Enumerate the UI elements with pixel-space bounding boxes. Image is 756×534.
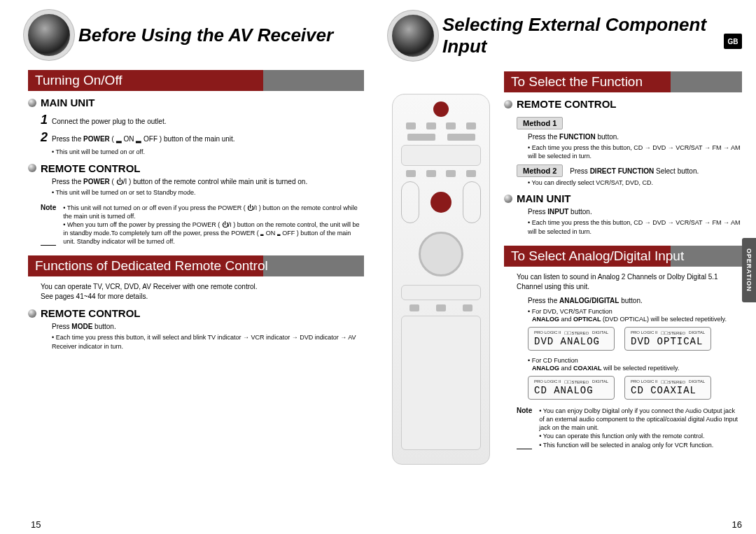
- bullet-icon: [28, 164, 36, 172]
- side-tab-operation: OPERATION: [742, 238, 756, 302]
- speaker-icon: [392, 15, 434, 57]
- remote-control-label-1: REMOTE CONTROL: [41, 162, 141, 174]
- page-number-right: 16: [732, 519, 742, 530]
- rc-body: Press the POWER ( ⏻/I ) button of the re…: [52, 177, 364, 187]
- tip-dvd-hdr: For DVD, VCR/SAT Function: [528, 307, 742, 316]
- main-unit-label-r: MAIN UNIT: [517, 192, 571, 204]
- bullet-icon: [504, 195, 512, 203]
- section-functions-remote: Functions of Dedicated Remote Control: [28, 255, 364, 276]
- remote-control-label-2: REMOTE CONTROL: [41, 307, 141, 319]
- rc2-tip: Each time you press this button, it will…: [52, 333, 364, 350]
- lcd-cd-analog: PRO LOGIC II☐☐STEREODIGITALCD ANALOG: [528, 376, 615, 400]
- note-label-r: Note: [517, 407, 532, 449]
- subhead-main-unit-r: MAIN UNIT: [504, 192, 742, 204]
- page-title-right: Selecting External Component Input: [442, 14, 742, 57]
- note-r3: This function will be selected in analog…: [539, 441, 742, 449]
- lcd-dvd-optical: PRO LOGIC II☐☐STEREODIGITALDVD OPTICAL: [624, 327, 711, 351]
- note-r1: You can enjoy Dolby Digital only if you …: [539, 407, 742, 432]
- method1-tip: Each time you press the this button, CD …: [528, 143, 742, 160]
- sec2-body: You can operate TV, VCR, DVD, AV Receive…: [41, 282, 364, 302]
- page-number-left: 15: [31, 519, 41, 530]
- subhead-remote-1: REMOTE CONTROL: [28, 162, 364, 174]
- bullet-icon: [28, 99, 36, 107]
- note1-text: This unit will not turned on or off even…: [63, 204, 364, 220]
- method2-tip: You can directly select VCR/SAT, DVD, CD…: [528, 178, 742, 187]
- mu-body: Press INPUT button.: [528, 207, 742, 217]
- step2-c: ( ▂ ON ▂ OFF ) button of the main unit.: [110, 135, 235, 143]
- section-turning-on-off: Turning On/Off: [28, 70, 364, 91]
- method1-body: Press the FUNCTION button.: [528, 132, 742, 142]
- title-row-left: Before Using the AV Receiver: [28, 14, 364, 56]
- note-list-1: This unit will not turned on or off even…: [63, 204, 364, 246]
- lcd-row-2: PRO LOGIC II☐☐STEREODIGITALCD ANALOG PRO…: [528, 376, 742, 400]
- sec2-body-r: You can listen to sound in Analog 2 Chan…: [517, 272, 742, 292]
- bullet-icon: [504, 100, 512, 108]
- gb-badge: GB: [724, 34, 742, 49]
- lcd-row-1: PRO LOGIC II☐☐STEREODIGITALDVD ANALOG PR…: [528, 327, 742, 351]
- subhead-main-unit-1: MAIN UNIT: [28, 97, 364, 108]
- tip-cd-body: ANALOG and COAXIAL will be selected repe…: [532, 365, 742, 372]
- ad-body: Press the ANALOG/DIGITAL button.: [528, 296, 742, 306]
- page-right: Selecting External Component Input GB To…: [392, 14, 742, 449]
- note-block-1: Note This unit will not turned on or off…: [41, 204, 364, 246]
- method-1-box: Method 1: [517, 117, 563, 129]
- page-title-left: Before Using the AV Receiver: [78, 24, 333, 46]
- step2-tip: This unit will be turned on or off.: [52, 148, 364, 156]
- note2-text: When you turn off the power by pressing …: [63, 220, 364, 246]
- tip-dvd-body: ANALOG and OPTICAL (DVD OPTICAL) will be…: [532, 316, 742, 323]
- note-list-r: You can enjoy Dolby Digital only if you …: [539, 407, 742, 449]
- bullet-icon: [28, 309, 36, 318]
- speaker-icon: [28, 14, 70, 56]
- step2-b: POWER: [83, 135, 110, 143]
- right-content: To Select the Function REMOTE CONTROL Me…: [504, 71, 742, 449]
- lcd-dvd-analog: PRO LOGIC II☐☐STEREODIGITALDVD ANALOG: [528, 327, 615, 351]
- note-label-1: Note: [41, 204, 56, 246]
- remote-control-label-r1: REMOTE CONTROL: [517, 98, 617, 110]
- page-left: Before Using the AV Receiver Turning On/…: [28, 14, 364, 351]
- mu-tip: Each time you press the this button, CD …: [528, 218, 742, 235]
- rc2-body: Press MODE button.: [52, 322, 364, 332]
- main-unit-label: MAIN UNIT: [41, 97, 95, 108]
- rc-tip: This unit will be turned on or set to St…: [52, 188, 364, 197]
- note-block-r: Note You can enjoy Dolby Digital only if…: [517, 407, 742, 449]
- method2-body: Press DIRECT FUNCTION Select button.: [570, 167, 699, 175]
- note-r2: You can operate this function only with …: [539, 432, 742, 440]
- subhead-remote-2: REMOTE CONTROL: [28, 307, 364, 319]
- title-row-right: Selecting External Component Input: [392, 14, 742, 57]
- step2-a: Press the: [52, 135, 83, 143]
- tip-cd-hdr: For CD Function: [528, 356, 742, 365]
- subhead-remote-r1: REMOTE CONTROL: [504, 98, 742, 110]
- step-1: 1Connect the power plug to the outlet.: [41, 111, 364, 129]
- step-2: 2Press the POWER ( ▂ ON ▂ OFF ) button o…: [41, 129, 364, 146]
- step1-text: Connect the power plug to the outlet.: [52, 118, 166, 125]
- method-2-box: Method 2: [517, 164, 563, 177]
- section-select-function: To Select the Function: [504, 71, 742, 92]
- lcd-cd-coaxial: PRO LOGIC II☐☐STEREODIGITALCD COAXIAL: [624, 376, 711, 400]
- method-2-row: Method 2 Press DIRECT FUNCTION Select bu…: [517, 164, 742, 177]
- section-analog-digital: To Select Analog/Digital Input: [504, 246, 742, 267]
